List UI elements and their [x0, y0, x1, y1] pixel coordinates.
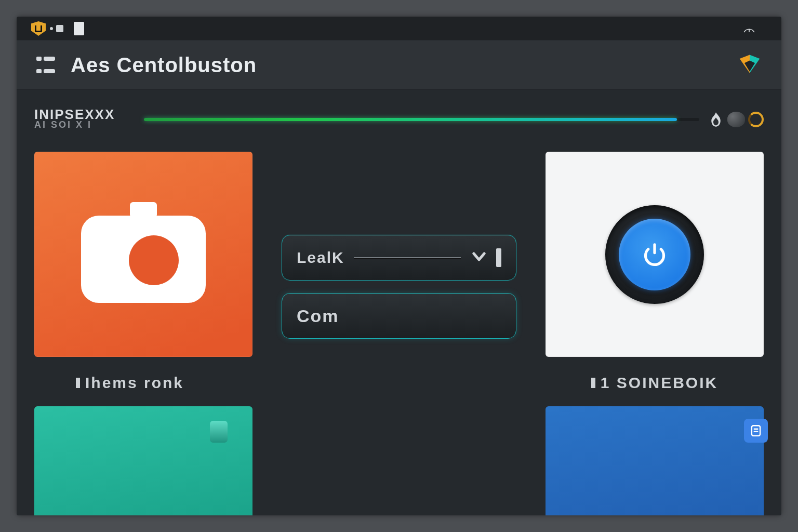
- ring-icon: [748, 112, 764, 127]
- page-icon[interactable]: [74, 22, 84, 35]
- shield-icon[interactable]: [31, 21, 46, 36]
- tile-seldee[interactable]: Seldee: [34, 406, 252, 515]
- svg-rect-6: [752, 425, 760, 436]
- menu-icon[interactable]: [36, 57, 58, 73]
- power-button-icon: [605, 205, 704, 304]
- arch-icon[interactable]: [742, 21, 756, 36]
- triangle-logo-icon[interactable]: [738, 52, 762, 78]
- handle-icon: [496, 248, 501, 267]
- tile-camera-caption-text: Ihems ronk: [85, 374, 184, 392]
- tile-camera[interactable]: [34, 152, 252, 357]
- flame-icon: [708, 111, 724, 128]
- divider: [354, 257, 461, 259]
- svg-rect-3: [130, 202, 157, 218]
- dropdown-leak-label: LealK: [297, 249, 344, 267]
- dropdown-leak[interactable]: LealK: [282, 235, 516, 281]
- center-controls: LealK Com: [282, 235, 516, 339]
- tile-power-caption: 1 SOINEBOIK: [546, 374, 764, 392]
- badge-icon: [744, 419, 768, 443]
- camera-icon: [76, 199, 211, 310]
- progress-sublabel: AI SOI X I: [34, 119, 136, 130]
- progress-track[interactable]: [144, 118, 699, 121]
- tile-seldee-label: Seldee: [65, 512, 152, 515]
- titlebar-strip: [17, 17, 781, 41]
- mini-card-icon: [210, 421, 228, 443]
- stone-icon: [727, 112, 745, 127]
- chevron-down-icon: [470, 247, 488, 269]
- window-control-icon[interactable]: [56, 25, 63, 32]
- progress-bar-row: INIPSEXXX AI SOI X I: [34, 103, 764, 136]
- svg-point-5: [129, 235, 179, 285]
- bullet-icon: [591, 378, 595, 388]
- button-com[interactable]: Com: [282, 293, 516, 339]
- button-com-label: Com: [297, 306, 339, 326]
- app-title: Aes Centolbuston: [71, 54, 257, 77]
- tile-lainy-label: Lainy: [668, 512, 738, 515]
- tile-camera-caption: Ihems ronk: [76, 374, 184, 392]
- progress-fill: [144, 118, 677, 121]
- progress-label: INIPSEXXX: [34, 109, 136, 121]
- bullet-icon: [76, 378, 80, 388]
- tile-power-caption-text: 1 SOINEBOIK: [601, 374, 718, 392]
- tile-lainy[interactable]: Lainy: [546, 406, 764, 515]
- app-header: Aes Centolbuston: [17, 41, 781, 89]
- tile-power[interactable]: [546, 152, 764, 357]
